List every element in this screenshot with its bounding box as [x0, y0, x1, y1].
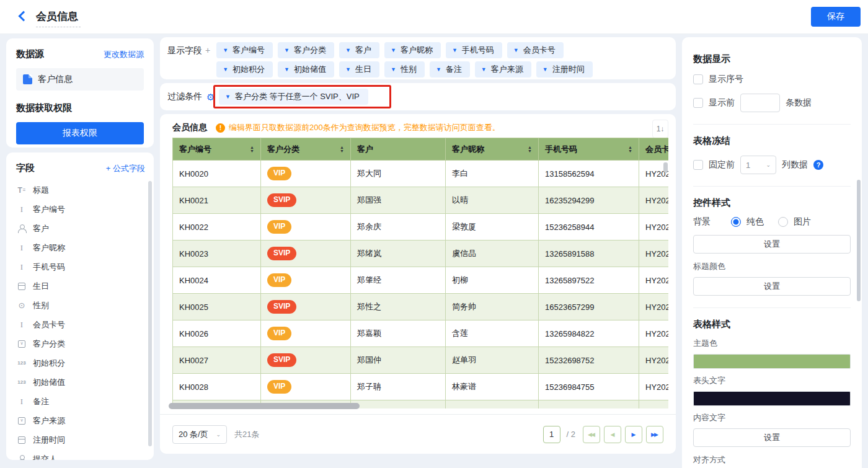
field-item[interactable]: 客户来源 — [16, 411, 145, 430]
field-chip[interactable]: ▼ 客户 — [339, 42, 379, 58]
divider — [693, 307, 851, 308]
field-chip[interactable]: ▼ 手机号码 — [446, 42, 502, 58]
field-item[interactable]: 会员卡号 — [16, 315, 145, 334]
title-color-set-button[interactable]: 设置 — [693, 277, 851, 296]
cell-id: KH0028 — [173, 374, 261, 400]
cell-category: VIP — [261, 161, 351, 187]
field-chip[interactable]: ▼ 客户昵称 — [384, 42, 441, 58]
last-page-button[interactable]: ▶▶ — [646, 426, 663, 443]
field-item[interactable]: 备注 — [16, 392, 145, 411]
theme-color-swatch[interactable] — [693, 354, 851, 369]
sort-order-tool[interactable]: 1↓ — [652, 120, 668, 138]
top-bar: 会员信息 保存 — [0, 0, 868, 34]
row-limit-input[interactable] — [740, 94, 780, 112]
column-header-id[interactable]: 客户编号 ▲▼ — [173, 138, 261, 161]
sort-icon[interactable]: ▲▼ — [628, 146, 632, 153]
header-text-color-swatch[interactable] — [693, 391, 851, 406]
table-row: KH0020 VIP 郑大同 李白 13158562594 HY2023 — [173, 161, 669, 187]
sort-icon[interactable]: ▲▼ — [340, 146, 344, 153]
column-header-category[interactable]: 客户分类 ▲▼ — [261, 138, 351, 161]
field-item[interactable]: 初始储值 — [16, 373, 145, 392]
cell-card: HY2022 — [639, 241, 669, 267]
page-number-input[interactable] — [543, 426, 560, 443]
image-label: 图片 — [794, 216, 811, 227]
field-chip[interactable]: ▼ 客户来源 — [475, 61, 531, 77]
field-label: 客户昵称 — [33, 242, 65, 254]
solid-color-radio[interactable] — [731, 217, 741, 227]
field-item[interactable]: 生日 — [16, 276, 145, 296]
add-display-field-icon[interactable]: + — [205, 45, 210, 55]
cell-phone: 16523657299 — [539, 294, 639, 320]
field-chip[interactable]: ▼ 初始积分 — [216, 61, 273, 77]
cell-customer: 郑性之 — [351, 294, 446, 320]
table-row: KH0026 VIP 郑嘉颖 含莲 13265984822 HY2022 — [173, 320, 669, 347]
background-set-button[interactable]: 设置 — [693, 235, 851, 254]
field-item[interactable]: 标题 — [16, 180, 145, 200]
field-chip-label: 客户昵称 — [401, 45, 433, 56]
sort-icon[interactable]: ▲▼ — [250, 146, 254, 153]
datasource-panel: 数据源 更改数据源 客户信息 数据获取权限 报表权限 — [6, 38, 154, 148]
prev-page-button[interactable]: ◀ — [604, 426, 621, 443]
field-item[interactable]: 初始积分 — [16, 353, 145, 373]
field-chip[interactable]: ▼ 客户编号 — [216, 42, 273, 58]
page-title[interactable]: 会员信息 — [36, 9, 81, 27]
category-badge: VIP — [267, 327, 291, 340]
table-vertical-scrollbar[interactable] — [663, 162, 668, 172]
field-item[interactable]: 性别 — [16, 296, 145, 315]
field-item[interactable]: 提交人 — [16, 449, 145, 460]
chevron-down-icon: ▼ — [391, 48, 396, 53]
filter-condition-chip[interactable]: ▼ 客户分类 等于任意一个 SVIP、VIP — [219, 89, 368, 105]
column-header-phone[interactable]: 手机号码 ▲▼ — [539, 138, 639, 161]
field-item[interactable]: 客户分类 — [16, 334, 145, 353]
back-icon[interactable] — [19, 12, 26, 20]
cell-card: HY2022 — [639, 294, 669, 320]
notice: ! 编辑界面只取数据源前200条作为查询数据预览，完整数据请访问页面查看。 — [216, 122, 500, 133]
field-item[interactable]: 客户编号 — [16, 200, 145, 219]
sort-icon[interactable]: ▲▼ — [528, 146, 532, 153]
datasource-item[interactable]: 客户信息 — [16, 68, 144, 91]
table-row: KH0023 SVIP 郑绪岚 虞信品 13265891588 HY2022 — [173, 241, 669, 267]
field-chip[interactable]: ▼ 初始储值 — [278, 61, 334, 77]
field-item[interactable]: 注册时间 — [16, 430, 145, 449]
data-display-title: 数据显示 — [693, 53, 851, 65]
settings-scrollbar[interactable] — [857, 180, 861, 301]
cell-customer: 郑大同 — [351, 161, 446, 187]
category-badge: SVIP — [267, 353, 296, 366]
field-chip[interactable]: ▼ 生日 — [339, 61, 379, 77]
field-item[interactable]: 客户 — [16, 219, 145, 238]
fields-scrollbar[interactable] — [148, 181, 152, 446]
field-item[interactable]: 手机号码 — [16, 257, 145, 276]
field-chip[interactable]: ▼ 客户分类 — [278, 42, 334, 58]
first-page-button[interactable]: ◀◀ — [583, 426, 600, 443]
field-chip[interactable]: ▼ 备注 — [430, 61, 470, 77]
save-button[interactable]: 保存 — [811, 7, 861, 27]
column-header-nickname[interactable]: 客户昵称 ▲▼ — [446, 138, 539, 161]
freeze-columns-select[interactable]: 1 ⌄ — [740, 156, 776, 174]
show-index-checkbox[interactable] — [693, 74, 703, 84]
image-radio[interactable] — [778, 217, 788, 227]
add-formula-field-link[interactable]: + 公式字段 — [106, 163, 145, 174]
document-icon — [23, 74, 32, 84]
field-item[interactable]: 客户昵称 — [16, 238, 145, 257]
field-chip[interactable]: ▼ 性别 — [384, 61, 425, 77]
next-page-button[interactable]: ▶ — [625, 426, 642, 443]
filter-condition-text: 客户分类 等于任意一个 SVIP、VIP — [235, 91, 360, 102]
freeze-checkbox[interactable] — [693, 160, 703, 170]
table-horizontal-scrollbar[interactable] — [169, 403, 360, 409]
page-size-select[interactable]: 20 条/页 ⌄ — [172, 425, 227, 444]
field-chip[interactable]: ▼ 注册时间 — [536, 61, 593, 77]
cell-id: KH0020 — [173, 161, 261, 187]
change-datasource-link[interactable]: 更改数据源 — [104, 49, 144, 60]
field-type-icon — [16, 224, 27, 234]
content-text-set-button[interactable]: 设置 — [693, 428, 851, 447]
category-badge: VIP — [267, 380, 291, 393]
preview-table-wrap: 客户编号 ▲▼ 客户分类 ▲▼ 客户 客户昵称 ▲▼ 手机号码 ▲▼ — [172, 138, 668, 408]
category-badge: SVIP — [267, 247, 296, 260]
field-label: 初始储值 — [33, 377, 65, 388]
preview-title: 会员信息 — [172, 122, 207, 133]
report-permission-button[interactable]: 报表权限 — [16, 122, 144, 144]
warning-icon: ! — [216, 123, 225, 133]
field-chip[interactable]: ▼ 会员卡号 — [507, 42, 564, 58]
show-first-checkbox[interactable] — [693, 98, 703, 108]
help-icon[interactable]: ? — [813, 160, 823, 170]
